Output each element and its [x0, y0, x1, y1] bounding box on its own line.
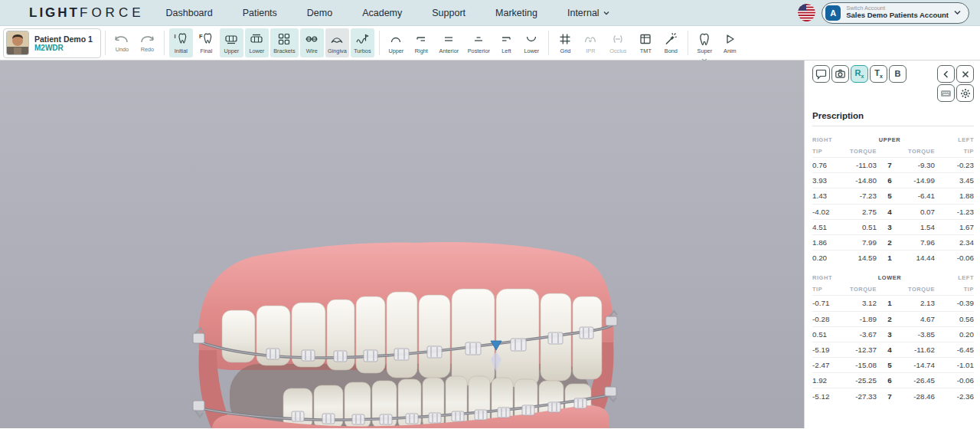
view-posterior-button[interactable]: Posterior	[465, 28, 493, 57]
view-lower-button[interactable]: Lower	[520, 28, 544, 57]
final-stage-button[interactable]: F Final	[194, 28, 218, 57]
toolbar-divider	[548, 31, 549, 55]
svg-text:F: F	[199, 33, 203, 40]
table-row[interactable]: 1.92-25.256-26.45-0.06	[812, 372, 974, 388]
nav-item-demo[interactable]: Demo	[307, 8, 332, 18]
initial-label: Initial	[175, 47, 188, 54]
nav-item-support[interactable]: Support	[432, 8, 466, 18]
lower-table-body: -0.713.1212.13-0.39 -0.28-1.8924.670.56 …	[812, 295, 974, 403]
camera-button[interactable]	[831, 65, 849, 83]
undo-button[interactable]: Undo	[110, 28, 134, 57]
table-row[interactable]: 0.51-3.673-3.850.20	[812, 326, 974, 342]
gear-icon	[960, 88, 971, 99]
lower-label: Lower	[249, 47, 264, 54]
initial-stage-button[interactable]: I Initial	[169, 28, 193, 57]
collapse-panel-button[interactable]	[937, 65, 955, 83]
super-tooth-icon	[697, 31, 712, 47]
us-flag-icon[interactable]	[798, 4, 815, 21]
tmt-label: TMT	[640, 47, 652, 54]
lower-arch-header: LOWER	[877, 274, 903, 281]
upper-arch-icon	[224, 31, 239, 47]
view-anterior-button[interactable]: Anterior	[435, 28, 463, 57]
prescription-panel: Rx Tx B	[804, 61, 980, 428]
table-row[interactable]: 4.510.5131.541.67	[812, 219, 974, 234]
tmt-button[interactable]: TMT	[634, 28, 658, 57]
bolton-button[interactable]: B	[889, 65, 906, 83]
undo-icon	[113, 33, 130, 45]
table-row[interactable]: -0.28-1.8924.670.56	[812, 311, 974, 326]
bond-button[interactable]: Bond	[659, 28, 683, 57]
prescription-table-lower: RIGHT LOWER LEFT TIP TORQUE TORQUE TIP -…	[812, 272, 974, 403]
patient-code-link[interactable]: M2WDR	[34, 44, 93, 52]
table-row[interactable]: -4.022.7540.07-1.23	[812, 204, 974, 219]
view-right-button[interactable]: Right	[410, 28, 433, 57]
rx-sub: x	[861, 74, 864, 79]
col-header-tip: TIP	[935, 286, 974, 293]
teeth-model[interactable]	[191, 235, 620, 428]
comment-button[interactable]	[812, 65, 830, 83]
table-row[interactable]: -5.19-12.374-11.62-6.45	[812, 342, 974, 357]
table-row[interactable]: 0.76-11.037-9.30-0.23	[812, 157, 974, 172]
settings-button[interactable]	[956, 84, 974, 102]
close-panel-button[interactable]	[956, 65, 974, 83]
nav-item-dashboard[interactable]: Dashboard	[166, 8, 213, 18]
view-anterior-label: Anterior	[439, 47, 459, 54]
view-upper-button[interactable]: Upper	[384, 28, 408, 57]
lower-arch-toggle[interactable]: Lower	[245, 28, 269, 57]
nav-item-marketing[interactable]: Marketing	[495, 8, 537, 18]
super-button[interactable]: Super	[693, 28, 717, 57]
table-row[interactable]: 3.93-14.806-14.993.45	[812, 172, 974, 188]
tx-button[interactable]: Tx	[870, 65, 887, 83]
table-row[interactable]: -2.47-15.085-14.74-1.01	[812, 357, 974, 372]
table-row[interactable]: 1.867.9927.962.34	[812, 234, 974, 250]
patient-chip[interactable]: Patient Demo 1 M2WDR	[3, 28, 101, 58]
nav-item-internal[interactable]: Internal	[567, 8, 609, 18]
keyboard-button[interactable]	[937, 84, 955, 102]
turbos-label: Turbos	[354, 47, 371, 54]
prescription-rx-button[interactable]: Rx	[851, 65, 868, 83]
3d-viewport[interactable]	[0, 61, 804, 428]
account-area: A Switch Account Sales Demo Patients Acc…	[798, 2, 969, 24]
view-left-icon	[498, 31, 514, 47]
svg-text:I: I	[175, 33, 176, 40]
wire-toggle[interactable]: Wire	[300, 28, 324, 57]
col-header-torque: TORQUE	[903, 148, 935, 155]
lightforce-logo[interactable]: LIGHTFORCE	[29, 5, 145, 21]
occlus-icon	[610, 31, 626, 47]
toolbar-divider	[164, 31, 165, 55]
table-row[interactable]: 1.43-7.235-6.411.88	[812, 188, 974, 203]
anim-label: Anim	[724, 47, 737, 54]
redo-button[interactable]: Redo	[136, 28, 159, 57]
ipr-button[interactable]: IPR	[579, 28, 603, 57]
view-left-label: Left	[501, 47, 511, 54]
account-avatar: A	[825, 5, 841, 21]
col-header-torque: TORQUE	[840, 286, 877, 293]
prescription-title: Prescription	[812, 111, 974, 126]
account-switcher[interactable]: A Switch Account Sales Demo Patients Acc…	[822, 2, 969, 24]
table-row[interactable]: -5.12-27.337-28.46-2.36	[812, 388, 974, 403]
gingiva-toggle[interactable]: Gingiva	[325, 28, 349, 57]
grid-button[interactable]: Grid	[554, 28, 577, 57]
tooth-initial-icon: I	[173, 31, 188, 47]
view-left-button[interactable]: Left	[495, 28, 518, 57]
view-upper-icon	[388, 31, 403, 47]
table-row[interactable]: 0.2014.59114.44-0.06	[812, 250, 974, 265]
lower-table-col-headers: TIP TORQUE TORQUE TIP	[812, 283, 974, 295]
gingiva-label: Gingiva	[328, 47, 347, 54]
brackets-toggle[interactable]: Brackets	[270, 28, 299, 57]
upper-arch-toggle[interactable]: Upper	[220, 28, 243, 57]
nav-item-academy[interactable]: Academy	[362, 8, 402, 18]
occlus-button[interactable]: Occlus	[604, 28, 632, 57]
view-posterior-icon	[471, 31, 486, 47]
nav-item-patients[interactable]: Patients	[243, 8, 277, 18]
lower-right-header: RIGHT	[812, 274, 877, 281]
table-row[interactable]: -0.713.1212.13-0.39	[812, 295, 974, 310]
view-upper-label: Upper	[388, 47, 403, 54]
ipr-icon	[583, 31, 598, 47]
anim-button[interactable]: Anim	[718, 28, 742, 57]
upper-arch-header: UPPER	[877, 136, 903, 143]
toolbar: Patient Demo 1 M2WDR Undo Redo I Initial…	[0, 26, 980, 61]
turbos-toggle[interactable]: Turbos	[351, 28, 374, 57]
upper-table-body: 0.76-11.037-9.30-0.23 3.93-14.806-14.993…	[812, 157, 974, 265]
chevron-left-icon	[942, 70, 951, 79]
